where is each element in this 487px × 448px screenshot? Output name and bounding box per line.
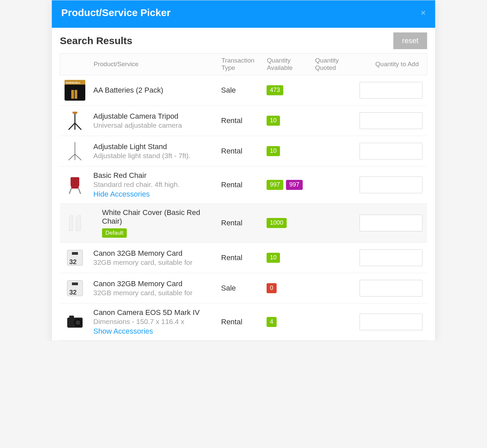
show-accessories-link[interactable]: Show Accessories <box>93 327 214 336</box>
table-row: 32 Canon 32GB Memory Card 32GB memory ca… <box>60 243 427 273</box>
svg-line-14 <box>75 154 81 160</box>
quantity-to-add-cell <box>360 280 424 297</box>
product-subtitle: Dimensions - 150.7 x 116.4 x <box>93 318 214 326</box>
quantity-available: 10 <box>267 253 315 263</box>
quantity-to-add-cell <box>360 177 424 193</box>
col-transaction-type: Transaction Type <box>221 57 267 72</box>
quantity-available: 4 <box>267 317 315 327</box>
available-badge: 997 <box>267 180 283 190</box>
product-thumbnail <box>65 312 93 332</box>
quoted-badge: 997 <box>286 180 303 190</box>
quantity-to-add-cell <box>360 249 424 266</box>
transaction-type: Rental <box>221 219 267 227</box>
table-row: 32 Canon 32GB Memory Card 32GB memory ca… <box>60 273 427 304</box>
product-thumbnail <box>65 110 93 131</box>
product-name: AA Batteries (2 Pack) <box>93 86 214 95</box>
product-name: Adjustable Camera Tripod <box>93 112 214 121</box>
quantity-input[interactable] <box>360 112 422 129</box>
svg-rect-17 <box>71 187 79 189</box>
close-icon[interactable]: × <box>421 8 426 17</box>
product-name: Basic Red Chair <box>93 171 214 180</box>
svg-rect-29 <box>69 316 74 318</box>
quantity-input[interactable] <box>360 143 422 159</box>
table-row: Basic Red Chair Standard red chair. 4ft … <box>60 166 427 204</box>
product-thumbnail: 32 <box>65 278 93 299</box>
available-badge: 10 <box>267 253 280 263</box>
product-info: Canon 32GB Memory Card 32GB memory card,… <box>93 279 221 297</box>
product-subtitle: 32GB memory card, suitable for <box>93 258 214 266</box>
quantity-available: 10 <box>267 116 315 126</box>
product-info: Adjustable Light Stand Adjustable light … <box>93 142 221 160</box>
transaction-type: Sale <box>221 284 267 293</box>
quantity-to-add-cell <box>360 82 424 99</box>
table-row: Adjustable Camera Tripod Universal adjus… <box>60 106 427 136</box>
modal-title: Product/Service Picker <box>61 7 171 18</box>
svg-rect-11 <box>73 112 77 114</box>
transaction-type: Rental <box>221 116 267 125</box>
quantity-input[interactable] <box>360 280 422 297</box>
table-row: White Chair Cover (Basic Red Chair) Defa… <box>60 204 427 243</box>
product-name: White Chair Cover (Basic Red Chair) <box>102 208 214 226</box>
quantity-to-add-cell <box>360 112 424 129</box>
product-info: Adjustable Camera Tripod Universal adjus… <box>93 112 221 129</box>
svg-line-19 <box>79 189 81 194</box>
transaction-type: Sale <box>221 86 267 95</box>
transaction-type: Rental <box>221 181 267 189</box>
transaction-type: Rental <box>221 147 267 155</box>
available-badge: 4 <box>267 317 277 327</box>
transaction-type: Rental <box>221 318 267 326</box>
quantity-available: 0 <box>267 283 315 293</box>
hide-accessories-link[interactable]: Hide Accessories <box>93 190 214 199</box>
table-row: Canon Camera EOS 5D Mark IV Dimensions -… <box>60 304 427 341</box>
svg-text:32: 32 <box>69 258 77 265</box>
product-name: Canon 32GB Memory Card <box>93 249 214 258</box>
svg-rect-24 <box>72 283 78 285</box>
product-name: Adjustable Light Stand <box>93 142 214 151</box>
quantity-input[interactable] <box>360 314 422 330</box>
modal-header: Product/Service Picker × <box>52 0 435 28</box>
table-row: Adjustable Light Stand Adjustable light … <box>60 136 427 166</box>
svg-rect-6 <box>75 87 77 90</box>
quantity-input[interactable] <box>360 177 422 193</box>
quantity-input[interactable] <box>360 215 422 231</box>
available-badge: 10 <box>267 116 280 126</box>
product-subtitle: Standard red chair. 4ft high. <box>93 181 214 189</box>
quantity-input[interactable] <box>360 249 422 266</box>
modal-content: Search Results reset Product/Service Tra… <box>52 28 435 341</box>
quantity-input[interactable] <box>360 82 422 99</box>
product-thumbnail: 32 <box>65 247 93 268</box>
svg-rect-21 <box>72 252 78 255</box>
svg-rect-16 <box>71 177 79 187</box>
svg-point-28 <box>76 320 80 325</box>
table-row: DURACELL AA Batteries (2 Pack) Sale 473 <box>60 75 427 106</box>
svg-line-9 <box>75 123 81 130</box>
product-subtitle: 32GB memory card, suitable for <box>93 289 214 297</box>
results-heading: Search Results <box>60 35 132 46</box>
product-info: AA Batteries (2 Pack) <box>93 86 221 95</box>
product-thumbnail: DURACELL <box>65 80 93 101</box>
quantity-available: 997 997 <box>267 180 315 190</box>
product-info: Canon Camera EOS 5D Mark IV Dimensions -… <box>93 308 221 336</box>
svg-line-8 <box>69 123 75 130</box>
product-subtitle: Universal adjustable camera <box>93 121 214 129</box>
svg-rect-5 <box>71 87 74 90</box>
available-badge: 473 <box>267 85 283 95</box>
product-info: White Chair Cover (Basic Red Chair) Defa… <box>93 208 221 238</box>
svg-text:32: 32 <box>69 289 77 296</box>
product-info: Basic Red Chair Standard red chair. 4ft … <box>93 171 221 199</box>
product-thumbnail <box>65 213 93 233</box>
quantity-available: 473 <box>267 85 315 95</box>
available-badge: 10 <box>267 146 280 156</box>
col-quantity-quoted: Quantity Quoted <box>315 57 360 72</box>
product-name: Canon 32GB Memory Card <box>93 279 214 288</box>
product-info: Canon 32GB Memory Card 32GB memory card,… <box>93 249 221 266</box>
product-subtitle: Adjustable light stand (3ft - 7ft). <box>93 152 214 160</box>
col-product: Product/Service <box>94 61 221 68</box>
product-thumbnail <box>65 141 93 161</box>
quantity-available: 1000 <box>267 218 315 228</box>
svg-text:DURACELL: DURACELL <box>66 81 81 84</box>
reset-button[interactable]: reset <box>393 32 427 49</box>
product-name: Canon Camera EOS 5D Mark IV <box>93 308 214 317</box>
available-badge: 1000 <box>267 218 287 228</box>
quantity-to-add-cell <box>360 143 424 159</box>
